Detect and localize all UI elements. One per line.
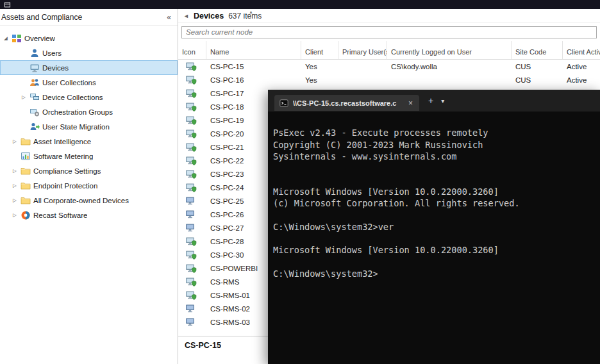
sidebar-item-icon bbox=[21, 136, 31, 147]
pane-collapse-icon[interactable]: ◄ bbox=[183, 13, 189, 19]
terminal-tab-bar: \\CS-PC-15.cs.recastsoftware.c × + ▾ bbox=[268, 90, 600, 112]
device-icon bbox=[185, 62, 197, 72]
device-icon-cell bbox=[178, 169, 206, 179]
sidebar-collapse-icon[interactable]: « bbox=[167, 13, 171, 22]
terminal-line: Sysinternals - www.sysinternals.com bbox=[273, 151, 595, 162]
sidebar-item-icon bbox=[21, 151, 31, 161]
sidebar-item[interactable]: Users bbox=[0, 46, 178, 60]
expand-chevron-icon[interactable]: ▷ bbox=[12, 183, 21, 188]
device-icon-cell bbox=[178, 183, 206, 193]
list-header: ◄ Devices 637 items bbox=[178, 9, 600, 23]
sidebar-item-label: Software Metering bbox=[33, 153, 93, 160]
sidebar-item[interactable]: Orchestration Groups bbox=[0, 104, 178, 119]
column-header[interactable]: Icon bbox=[178, 41, 206, 59]
sidebar-item-icon bbox=[12, 33, 22, 44]
cmd-icon bbox=[279, 99, 288, 108]
terminal-tab-title: \\CS-PC-15.cs.recastsoftware.c bbox=[293, 99, 403, 107]
cell-client-activity: Active bbox=[563, 76, 600, 84]
device-icon bbox=[185, 317, 197, 327]
sidebar-item[interactable]: ▷ Endpoint Protection bbox=[0, 178, 178, 193]
sidebar-item-label: Endpoint Protection bbox=[33, 182, 97, 190]
sidebar-title: Assets and Compliance bbox=[1, 13, 167, 22]
device-icon bbox=[185, 236, 197, 247]
device-icon bbox=[185, 115, 197, 126]
sidebar-item-icon bbox=[21, 166, 31, 176]
device-icon-cell bbox=[178, 102, 206, 112]
cell-name: CS-PC-15 bbox=[206, 63, 301, 70]
terminal-line: Copyright (C) 2001-2023 Mark Russinovich bbox=[273, 139, 595, 151]
tab-close-icon[interactable]: × bbox=[407, 99, 414, 108]
device-icon bbox=[185, 196, 197, 206]
sidebar-item-label: User State Migration bbox=[42, 123, 110, 131]
expand-chevron-icon[interactable]: ▷ bbox=[21, 94, 29, 100]
sidebar-item[interactable]: ▷ Recast Software bbox=[0, 208, 178, 222]
device-icon bbox=[185, 102, 197, 112]
device-icon-cell bbox=[178, 317, 206, 327]
navigation-sidebar: Assets and Compliance « ◢ Overview Users… bbox=[0, 9, 178, 364]
device-icon-cell bbox=[178, 75, 206, 85]
device-icon-cell bbox=[178, 88, 206, 99]
page-title: Devices bbox=[194, 12, 224, 21]
table-row[interactable]: CS-PC-15 Yes CS\kody.wolla CUS Active bbox=[178, 60, 600, 73]
device-icon-cell bbox=[178, 250, 206, 260]
column-header[interactable]: Client bbox=[301, 41, 338, 59]
terminal-tab[interactable]: \\CS-PC-15.cs.recastsoftware.c × bbox=[274, 95, 419, 111]
app-window: { "colors": { "titlebar_bg": "#15141f", … bbox=[0, 0, 600, 364]
terminal-line: PsExec v2.43 - Execute processes remotel… bbox=[273, 127, 595, 138]
sidebar-item-icon bbox=[29, 107, 40, 117]
terminal-line bbox=[273, 256, 595, 268]
column-header[interactable]: Primary User(s) bbox=[338, 41, 387, 59]
column-header[interactable]: Site Code bbox=[512, 41, 563, 59]
table-row[interactable]: CS-PC-16 Yes CUS Active bbox=[178, 73, 600, 87]
column-header[interactable]: Client Activity bbox=[563, 41, 600, 59]
new-tab-button[interactable]: + bbox=[428, 95, 433, 106]
sidebar-item[interactable]: User Collections bbox=[0, 75, 178, 90]
cell-site-code: CUS bbox=[512, 76, 563, 84]
device-icon-cell bbox=[178, 263, 206, 274]
sidebar-item[interactable]: ◢ Overview bbox=[0, 31, 178, 46]
column-header[interactable]: Currently Logged on User bbox=[387, 41, 512, 59]
sidebar-item-icon bbox=[29, 63, 40, 73]
device-icon bbox=[185, 169, 197, 179]
device-icon bbox=[185, 304, 197, 314]
device-icon bbox=[185, 142, 197, 153]
device-icon bbox=[185, 263, 197, 274]
tab-dropdown-icon[interactable]: ▾ bbox=[441, 97, 444, 104]
sidebar-item[interactable]: ▷ Asset Intelligence bbox=[0, 134, 178, 149]
sidebar-item[interactable]: Software Metering bbox=[0, 149, 178, 163]
terminal-line: Microsoft Windows [Version 10.0.22000.32… bbox=[273, 244, 595, 256]
search-input[interactable] bbox=[181, 26, 597, 38]
cell-client-activity: Active bbox=[563, 63, 600, 70]
cell-client: Yes bbox=[301, 76, 338, 84]
device-icon bbox=[185, 75, 197, 85]
window-icon bbox=[4, 1, 11, 8]
sidebar-item[interactable]: ▷ Compliance Settings bbox=[0, 163, 178, 178]
sidebar-item-label: All Corporate-owned Devices bbox=[33, 197, 129, 204]
device-icon-cell bbox=[178, 156, 206, 166]
sidebar-item[interactable]: User State Migration bbox=[0, 119, 178, 134]
device-icon bbox=[185, 183, 197, 193]
terminal-line: (c) Microsoft Corporation. All rights re… bbox=[273, 197, 595, 209]
device-icon bbox=[185, 250, 197, 260]
expand-chevron-icon[interactable]: ▷ bbox=[12, 138, 21, 144]
column-header[interactable]: Name bbox=[206, 41, 301, 59]
cell-logged-on-user: CS\kody.wolla bbox=[387, 63, 512, 70]
sidebar-item[interactable]: ▷ Device Collections bbox=[0, 90, 178, 104]
sidebar-header: Assets and Compliance « bbox=[0, 9, 178, 26]
sidebar-item[interactable]: Devices bbox=[0, 60, 178, 75]
device-icon-cell bbox=[178, 115, 206, 126]
sidebar-item-label: Asset Intelligence bbox=[33, 138, 91, 145]
expand-chevron-icon[interactable]: ◢ bbox=[3, 35, 12, 41]
device-icon-cell bbox=[178, 62, 206, 72]
expand-chevron-icon[interactable]: ▷ bbox=[12, 212, 21, 218]
search-bar bbox=[178, 23, 600, 41]
terminal-screen[interactable]: PsExec v2.43 - Execute processes remotel… bbox=[268, 112, 600, 364]
terminal-line bbox=[273, 174, 595, 185]
item-count: 637 items bbox=[228, 12, 262, 21]
expand-chevron-icon[interactable]: ▷ bbox=[12, 197, 21, 203]
expand-chevron-icon[interactable]: ▷ bbox=[12, 168, 21, 174]
device-icon-cell bbox=[178, 210, 206, 220]
cell-name: CS-PC-16 bbox=[206, 76, 301, 84]
sidebar-item[interactable]: ▷ All Corporate-owned Devices bbox=[0, 193, 178, 208]
device-icon-cell bbox=[178, 304, 206, 314]
